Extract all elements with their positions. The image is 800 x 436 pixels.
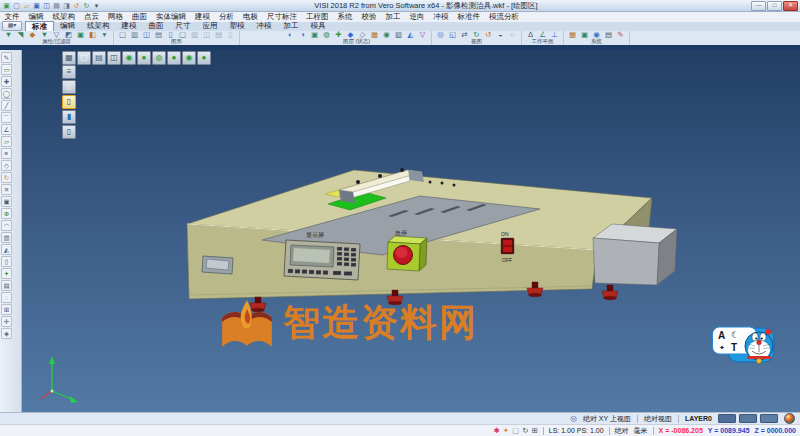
attributes-icon[interactable]: ▣ [75, 31, 86, 39]
ribbon-tab[interactable]: 线架构 [81, 21, 116, 30]
menu-item[interactable]: 系统 [333, 12, 357, 22]
scale-indicator[interactable]: LS: 1.00 PS: 1.00 [549, 427, 604, 434]
minimize-button[interactable]: — [751, 1, 766, 11]
menu-item[interactable]: 逆向 [405, 12, 429, 22]
graphic-view-icon[interactable]: ▯ [225, 31, 236, 39]
menu-item[interactable]: 校验 [357, 12, 381, 22]
color-sphere-icon[interactable] [784, 413, 795, 424]
menu-item[interactable]: 标准件 [453, 12, 485, 22]
ribbon-tab[interactable]: 冲模 [251, 21, 278, 30]
layer-on-icon[interactable]: ◐ [285, 31, 296, 39]
coordinate-mode[interactable]: 绝对 [615, 426, 629, 436]
menu-item[interactable]: 模流分析 [485, 12, 524, 22]
grid-plus-icon[interactable]: ⊞ [1, 304, 12, 315]
sketch-icon[interactable]: ✎ [1, 52, 12, 63]
angle-icon[interactable]: ∠ [1, 124, 12, 135]
refresh-icon[interactable]: ↻ [522, 426, 528, 436]
close-button[interactable]: ✕ [783, 1, 798, 11]
panel-1-icon[interactable]: ▯ [62, 80, 76, 94]
graphic-export-icon[interactable]: ◫ [201, 31, 212, 39]
star-icon[interactable]: ✦ [1, 268, 12, 279]
graphic-open-icon[interactable]: ▥ [129, 31, 140, 39]
color-palette-icon[interactable]: ✱ [493, 426, 499, 436]
plan-view-icon[interactable]: ◎ [570, 414, 577, 424]
table-icon[interactable]: ▤ [1, 280, 12, 291]
image-capture-icon[interactable]: ▣ [579, 31, 590, 39]
fillet-icon[interactable]: ◠ [1, 220, 12, 231]
list-panel-icon[interactable]: ≡ [62, 65, 76, 79]
front-view-icon[interactable]: ● [137, 51, 151, 65]
graphic-print-icon[interactable]: ▤ [213, 31, 224, 39]
filter-color-icon[interactable]: ◆ [27, 31, 38, 39]
undo-icon[interactable]: ↺ [72, 1, 81, 10]
qa-dropdown-icon[interactable]: ▾ [92, 1, 101, 10]
zoom-window-icon[interactable]: ◱ [447, 31, 458, 39]
edit-system-icon[interactable]: ✎ [615, 31, 626, 39]
panel-active-icon[interactable]: ▮ [62, 110, 76, 124]
save-icon[interactable]: ▣ [32, 1, 41, 10]
ime-widget[interactable]: A ☾ ✦ T [712, 324, 776, 368]
snap-grid-icon[interactable]: ⊞ [531, 426, 537, 436]
ribbon-tab[interactable]: 曲面 [143, 21, 170, 30]
ribbon-tab[interactable]: 编辑 [54, 21, 81, 30]
iso-view-icon[interactable]: ◉ [122, 51, 136, 65]
menu-item[interactable]: 冲模 [429, 12, 453, 22]
line-icon[interactable]: ╱ [1, 100, 12, 111]
graphic-new-icon[interactable]: ▢ [117, 31, 128, 39]
triangle-icon[interactable]: ◭ [1, 244, 12, 255]
ribbon-tab[interactable]: 加工 [278, 21, 305, 30]
page-view-icon[interactable]: ▢ [77, 51, 91, 65]
layer-indicator[interactable]: LAYER0 [685, 415, 712, 422]
copy-icon[interactable]: ◨ [62, 1, 71, 10]
layer-filter-icon[interactable]: ▽ [417, 31, 428, 39]
ribbon-tab[interactable]: 应用 [197, 21, 224, 30]
pick-attributes-icon[interactable]: ▾ [99, 31, 110, 39]
ribbon-tab[interactable]: 尺寸 [170, 21, 197, 30]
model-viewport[interactable]: 显示屏 急停 [22, 50, 800, 412]
pan-icon[interactable]: ⇄ [459, 31, 470, 39]
ribbon-tab[interactable]: 建模 [116, 21, 143, 30]
back-view-icon[interactable]: ◉ [182, 51, 196, 65]
multi-view-icon[interactable]: ◫ [107, 51, 121, 65]
delete-icon[interactable]: ✕ [1, 184, 12, 195]
layer-iso-icon[interactable]: ◭ [405, 31, 416, 39]
gem-icon[interactable]: ◈ [1, 328, 12, 339]
app-logo-icon[interactable]: ▣ [2, 1, 11, 10]
view-name-label[interactable]: 绝对视图 [644, 414, 672, 424]
circle-icon[interactable]: ◯ [1, 88, 12, 99]
highlight-icon[interactable]: ✦ [503, 426, 509, 436]
side-view-icon[interactable]: ● [167, 51, 181, 65]
shaded-view-icon[interactable]: ◒ [495, 31, 506, 39]
list-icon[interactable]: ≡ [1, 148, 12, 159]
panel-3-icon[interactable]: ▯ [62, 125, 76, 139]
layout-view-icon[interactable]: ▤ [92, 51, 106, 65]
layer-color-swatch[interactable] [718, 414, 736, 423]
hatch-icon[interactable]: ▥ [1, 232, 12, 243]
bar-icon[interactable]: ▯ [1, 256, 12, 267]
plus-icon[interactable]: ✚ [1, 76, 12, 87]
grid-icon[interactable]: ▤ [603, 31, 614, 39]
settings-icon[interactable]: ▦ [567, 31, 578, 39]
print-icon[interactable]: ▤ [52, 1, 61, 10]
units-indicator[interactable]: 毫米 [634, 426, 648, 436]
layer-new-icon[interactable]: ▣ [309, 31, 320, 39]
menu-item[interactable]: 加工 [381, 12, 405, 22]
ribbon-tab[interactable]: 塑模 [224, 21, 251, 30]
absolute-view-label[interactable]: 绝对 XY 上视图 [583, 414, 631, 424]
machine-3d-model[interactable]: 显示屏 急停 [22, 50, 800, 412]
filter-icon[interactable]: ▼ [3, 31, 14, 39]
rotate-icon[interactable]: ↻ [1, 172, 12, 183]
paint-attributes-icon[interactable]: ◧ [87, 31, 98, 39]
zoom-all-icon[interactable]: ◎ [435, 31, 446, 39]
layer-table-icon[interactable]: ▦ [369, 31, 380, 39]
rectangle-icon[interactable]: ▭ [1, 64, 12, 75]
layer-off-icon[interactable]: ◑ [297, 31, 308, 39]
ribbon-tab[interactable]: 模具 [305, 21, 332, 30]
solid-icon[interactable]: ▣ [1, 196, 12, 207]
top-view-icon[interactable]: ◍ [152, 51, 166, 65]
panel-2-icon[interactable]: ▯ [62, 95, 76, 109]
layer-state-icon[interactable]: ◉ [381, 31, 392, 39]
cross-icon[interactable]: ✛ [1, 316, 12, 327]
arc-icon[interactable]: ⌒ [1, 112, 12, 123]
save-all-icon[interactable]: ◫ [42, 1, 51, 10]
